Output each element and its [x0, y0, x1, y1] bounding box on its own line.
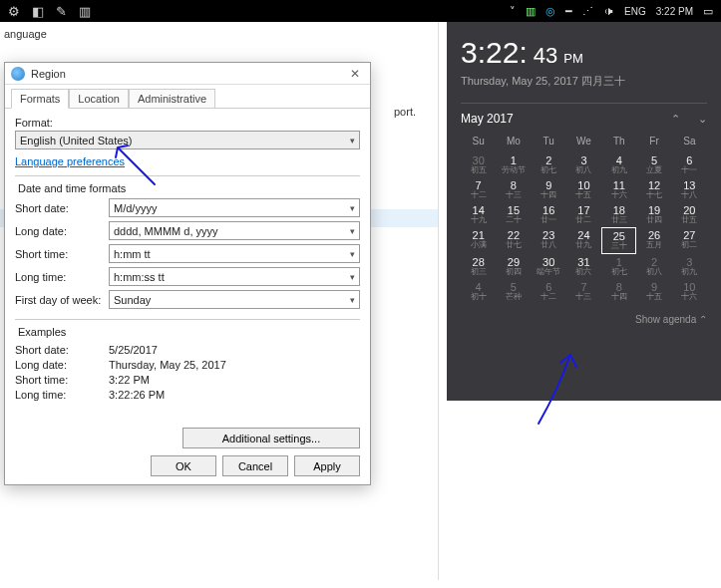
- calendar-day[interactable]: 1初七: [601, 254, 636, 279]
- calendar-day[interactable]: 15二十: [496, 202, 531, 227]
- calendar-day[interactable]: 8十四: [601, 279, 636, 304]
- select-value: dddd, MMMM d, yyyy: [114, 225, 218, 237]
- examples-header: Examples: [15, 326, 69, 338]
- select-value: h:mm tt: [114, 248, 151, 260]
- ex-short-date-label: Short date:: [15, 344, 109, 356]
- calendar-day[interactable]: 6十一: [672, 152, 707, 177]
- tray-icon[interactable]: ✎: [56, 4, 67, 19]
- clock-ampm: PM: [563, 51, 583, 66]
- short-time-select[interactable]: h:mm tt▾: [109, 244, 360, 263]
- calendar-day[interactable]: 1劳动节: [496, 152, 531, 177]
- cancel-button[interactable]: Cancel: [222, 455, 288, 476]
- calendar-day[interactable]: 7十二: [461, 177, 496, 202]
- tab-strip: Formats Location Administrative: [5, 85, 370, 109]
- calendar-day[interactable]: 10十五: [566, 177, 601, 202]
- next-month-button[interactable]: ⌄: [698, 113, 707, 126]
- chevron-down-icon: ▾: [350, 136, 355, 146]
- calendar-day[interactable]: 3初九: [672, 254, 707, 279]
- ex-long-time-value: 3:22:26 PM: [109, 389, 165, 401]
- first-day-select[interactable]: Sunday▾: [109, 290, 360, 309]
- calendar-day[interactable]: 16廿一: [532, 202, 566, 227]
- chevron-down-icon: ▾: [350, 295, 355, 305]
- calendar-day[interactable]: 26五月: [636, 227, 671, 254]
- calendar-day[interactable]: 9十四: [532, 177, 566, 202]
- close-button[interactable]: ✕: [346, 67, 364, 81]
- chevron-down-icon: ▾: [350, 203, 355, 213]
- notification-icon[interactable]: ▭: [703, 5, 713, 18]
- clock[interactable]: 3:22 PM: [656, 6, 693, 17]
- calendar-day[interactable]: 9十五: [636, 279, 671, 304]
- tray-icon[interactable]: ◧: [32, 4, 44, 19]
- calendar-day[interactable]: 17廿二: [566, 202, 601, 227]
- circle-icon[interactable]: ◎: [545, 5, 555, 18]
- calendar-day[interactable]: 21小满: [461, 227, 496, 254]
- battery-icon[interactable]: ▥: [526, 5, 536, 18]
- select-value: M/d/yyyy: [114, 202, 157, 214]
- calendar-day[interactable]: 2初七: [532, 152, 566, 177]
- calendar-day[interactable]: 23廿八: [532, 227, 566, 254]
- calendar-day[interactable]: 24廿九: [566, 227, 601, 254]
- calendar-day[interactable]: 2初八: [636, 254, 671, 279]
- long-date-select[interactable]: dddd, MMMM d, yyyy▾: [109, 221, 360, 240]
- select-value: h:mm:ss tt: [114, 271, 165, 283]
- short-time-label: Short time:: [15, 248, 109, 260]
- short-date-label: Short date:: [15, 202, 109, 214]
- tab-formats[interactable]: Formats: [11, 89, 69, 109]
- calendar-day[interactable]: 14十九: [461, 202, 496, 227]
- tab-administrative[interactable]: Administrative: [129, 89, 215, 108]
- calendar-day[interactable]: 13十八: [672, 177, 707, 202]
- calendar-day[interactable]: 31初六: [566, 254, 601, 279]
- calendar-day[interactable]: 4初十: [461, 279, 496, 304]
- tray-icon[interactable]: ⚙: [8, 4, 20, 19]
- prev-month-button[interactable]: ⌃: [671, 113, 680, 126]
- calendar-day[interactable]: 30端午节: [532, 254, 566, 279]
- tray-up-icon[interactable]: ˅: [510, 5, 516, 18]
- calendar-day[interactable]: 3初八: [566, 152, 601, 177]
- calendar-day[interactable]: 25三十: [601, 227, 636, 254]
- calendar-day[interactable]: 18廿三: [601, 202, 636, 227]
- calendar-grid: SuMoTuWeThFrSa30初五1劳动节2初七3初八4初九5立夏6十一7十二…: [461, 134, 707, 304]
- calendar-day[interactable]: 7十三: [566, 279, 601, 304]
- calendar-day[interactable]: 8十三: [496, 177, 531, 202]
- format-label: Format:: [15, 117, 360, 129]
- dow-header: Sa: [672, 134, 707, 152]
- language-preferences-link[interactable]: Language preferences: [15, 155, 125, 167]
- additional-settings-button[interactable]: Additional settings...: [182, 428, 360, 448]
- long-time-select[interactable]: h:mm:ss tt▾: [109, 267, 360, 286]
- calendar-day[interactable]: 10十六: [672, 279, 707, 304]
- calendar-day[interactable]: 19廿四: [636, 202, 671, 227]
- ex-long-date-label: Long date:: [15, 359, 109, 371]
- first-day-label: First day of week:: [15, 294, 109, 306]
- apply-button[interactable]: Apply: [294, 455, 360, 476]
- calendar-day[interactable]: 5芒种: [496, 279, 531, 304]
- clock-hm: 3:22:: [461, 36, 528, 70]
- calendar-day[interactable]: 30初五: [461, 152, 496, 177]
- calendar-day[interactable]: 11十六: [601, 177, 636, 202]
- format-select[interactable]: English (United States) ▾: [15, 131, 360, 149]
- ex-short-time-value: 3:22 PM: [109, 374, 150, 386]
- dialog-title: Region: [31, 68, 66, 80]
- calendar-day[interactable]: 29初四: [496, 254, 531, 279]
- tab-location[interactable]: Location: [69, 89, 129, 108]
- calendar-day[interactable]: 6十二: [532, 279, 566, 304]
- ex-short-date-value: 5/25/2017: [109, 344, 158, 356]
- ok-button[interactable]: OK: [151, 455, 216, 476]
- tray-icon[interactable]: ▥: [79, 4, 91, 19]
- calendar-day[interactable]: 5立夏: [636, 152, 671, 177]
- short-date-select[interactable]: M/d/yyyy▾: [109, 198, 360, 217]
- calendar-day[interactable]: 27初二: [672, 227, 707, 254]
- sound-icon[interactable]: 🕩: [603, 5, 614, 17]
- calendar-day[interactable]: 22廿七: [496, 227, 531, 254]
- net-icon[interactable]: ━: [565, 5, 572, 18]
- chevron-down-icon: ▾: [350, 249, 355, 259]
- lang-indicator[interactable]: ENG: [624, 6, 646, 17]
- show-agenda-button[interactable]: Show agenda ⌃: [461, 314, 707, 325]
- dialog-titlebar[interactable]: Region ✕: [5, 63, 370, 85]
- calendar-day[interactable]: 4初九: [601, 152, 636, 177]
- month-label[interactable]: May 2017: [461, 112, 514, 126]
- calendar-day[interactable]: 20廿五: [672, 202, 707, 227]
- calendar-day[interactable]: 12十七: [636, 177, 671, 202]
- calendar-day[interactable]: 28初三: [461, 254, 496, 279]
- clock-sec: 43: [534, 43, 557, 69]
- wifi-icon[interactable]: ⋰: [582, 5, 593, 18]
